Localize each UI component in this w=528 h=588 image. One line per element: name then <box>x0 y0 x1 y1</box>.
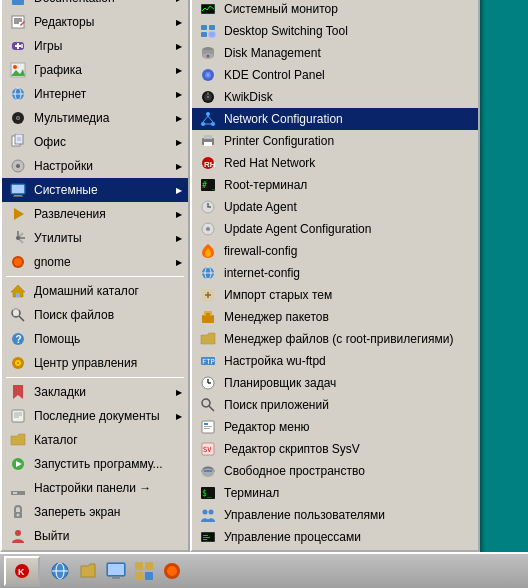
office-label: Офис <box>34 135 168 149</box>
submenu-item-printer-config[interactable]: Printer Configuration <box>192 130 478 152</box>
svg-text:# _: # _ <box>202 181 216 190</box>
logout-icon <box>8 526 28 546</box>
search-files-label: Поиск файлов <box>34 308 182 322</box>
menu-item-system[interactable]: Системные ▶ <box>2 178 188 202</box>
home-label: Домашний каталог <box>34 284 182 298</box>
submenu-item-kwikdisk[interactable]: KwikDisk <box>192 86 478 108</box>
docs-arrow: ▶ <box>176 0 182 3</box>
taskbar: K <box>0 552 528 588</box>
svg-rect-168 <box>135 572 143 580</box>
taskbar-icon-4[interactable] <box>132 559 156 583</box>
logout-label: Выйти <box>34 529 182 543</box>
menu-item-bookmarks[interactable]: Закладки ▶ <box>2 380 188 404</box>
svg-rect-54 <box>13 196 23 197</box>
submenu-item-root-terminal[interactable]: # _ Root-терминал <box>192 174 478 196</box>
menu-item-help[interactable]: ? Помощь <box>2 327 188 351</box>
internet-label: Интернет <box>34 87 168 101</box>
menu-item-panel-settings[interactable]: Настройки панели → <box>2 476 188 500</box>
submenu-item-system-monitor[interactable]: Системный монитор <box>192 0 478 20</box>
submenu-item-network-config[interactable]: Network Configuration <box>192 108 478 130</box>
submenu-item-app-search[interactable]: Поиск приложений <box>192 394 478 416</box>
editors-label: Редакторы <box>34 15 168 29</box>
control-center-icon <box>8 353 28 373</box>
submenu-item-sysv-editor[interactable]: SV Редактор скриптов SysV <box>192 438 478 460</box>
utils-label: Утилиты <box>34 231 168 245</box>
menu-item-catalog[interactable]: Каталог <box>2 428 188 452</box>
taskbar-icon-2[interactable] <box>76 559 100 583</box>
menu-item-graphics[interactable]: Графика ▶ <box>2 58 188 82</box>
svg-point-101 <box>207 55 210 58</box>
submenu-item-process-management[interactable]: Управление процессами <box>192 526 478 548</box>
menu-item-recent-docs[interactable]: Последние документы ▶ <box>2 404 188 428</box>
menu-editor-icon <box>198 417 218 437</box>
submenu-item-user-management[interactable]: Управление пользователями <box>192 504 478 526</box>
menu-item-control-center[interactable]: Центр управления <box>2 351 188 375</box>
menu-item-logout[interactable]: Выйти <box>2 524 188 548</box>
menu-item-internet[interactable]: Интернет ▶ <box>2 82 188 106</box>
disk-management-label: Disk Management <box>224 46 472 60</box>
menu-item-search-files[interactable]: Поиск файлов <box>2 303 188 327</box>
svg-rect-116 <box>204 135 212 139</box>
submenu-item-import-themes[interactable]: Импорт старых тем <box>192 284 478 306</box>
help-label: Помощь <box>34 332 182 346</box>
kde-control-label: KDE Control Panel <box>224 68 472 82</box>
docs-icon <box>8 0 28 8</box>
submenu-item-free-space[interactable]: Свободное пространство <box>192 460 478 482</box>
submenu-item-menu-editor[interactable]: Редактор меню <box>192 416 478 438</box>
help-icon: ? <box>8 329 28 349</box>
menu-item-docs[interactable]: Documentation ▶ <box>2 0 188 10</box>
entertainment-label: Развлечения <box>34 207 168 221</box>
menu-item-entertainment[interactable]: Развлечения ▶ <box>2 202 188 226</box>
submenu-item-update-agent[interactable]: Update Agent <box>192 196 478 218</box>
svg-point-38 <box>13 65 17 69</box>
taskbar-icon-5[interactable] <box>160 559 184 583</box>
svg-rect-148 <box>204 470 212 472</box>
menu-item-settings[interactable]: Настройки ▶ <box>2 154 188 178</box>
menu-item-office[interactable]: Офис ▶ <box>2 130 188 154</box>
submenu-item-disk-management[interactable]: Disk Management <box>192 42 478 64</box>
menu-item-home[interactable]: Домашний каталог <box>2 279 188 303</box>
submenu-item-kde-control[interactable]: KDE Control Panel <box>192 64 478 86</box>
menu-item-run[interactable]: Запустить программу... <box>2 452 188 476</box>
submenu-item-wuftp[interactable]: FTP Настройка wu-ftpd <box>192 350 478 372</box>
system-monitor-label: Системный монитор <box>224 2 472 16</box>
submenu-item-firewall[interactable]: firewall-config <box>192 240 478 262</box>
app-search-icon <box>198 395 218 415</box>
network-config-icon <box>198 109 218 129</box>
submenu-item-package-manager[interactable]: Менеджер пакетов <box>192 306 478 328</box>
svg-point-73 <box>17 362 19 364</box>
gnome-label: gnome <box>34 255 168 269</box>
sysv-editor-label: Редактор скриптов SysV <box>224 442 472 456</box>
menu-item-lock[interactable]: Запереть экран <box>2 500 188 524</box>
svg-text:?: ? <box>16 334 22 345</box>
submenu-item-desktop-switching[interactable]: Desktop Switching Tool <box>192 20 478 42</box>
graphics-label: Графика <box>34 63 168 77</box>
task-scheduler-icon <box>198 373 218 393</box>
root-terminal-label: Root-терминал <box>224 178 472 192</box>
menu-item-games[interactable]: Игры ▶ <box>2 34 188 58</box>
process-management-label: Управление процессами <box>224 530 472 544</box>
submenu-item-task-scheduler[interactable]: Планировщик задач <box>192 372 478 394</box>
svg-point-85 <box>15 530 21 536</box>
editors-icon <box>8 12 28 32</box>
internet-arrow: ▶ <box>176 90 182 99</box>
svg-rect-155 <box>203 535 208 536</box>
start-button[interactable]: K <box>4 556 40 586</box>
menu-system: GIMP GIMP Калькулятор Printer Configurat… <box>0 0 480 552</box>
submenu-item-terminal[interactable]: $_ Терминал <box>192 482 478 504</box>
taskbar-icon-3[interactable] <box>104 559 128 583</box>
task-scheduler-label: Планировщик задач <box>224 376 472 390</box>
search-files-icon <box>8 305 28 325</box>
recent-docs-arrow: ▶ <box>176 412 182 421</box>
menu-item-editors[interactable]: Редакторы ▶ <box>2 10 188 34</box>
submenu-item-redhat-network[interactable]: RH Red Hat Network <box>192 152 478 174</box>
menu-item-multimedia[interactable]: Мультимедиа ▶ <box>2 106 188 130</box>
menu-item-gnome[interactable]: gnome ▶ <box>2 250 188 274</box>
taskbar-icon-1[interactable] <box>48 559 72 583</box>
submenu-item-update-agent-config[interactable]: Update Agent Configuration <box>192 218 478 240</box>
redhat-network-label: Red Hat Network <box>224 156 472 170</box>
submenu-item-file-manager-root[interactable]: Менеджер файлов (с root-привилегиями) <box>192 328 478 350</box>
submenu-item-internet-config[interactable]: internet-config <box>192 262 478 284</box>
menu-item-utils[interactable]: Утилиты ▶ <box>2 226 188 250</box>
svg-rect-94 <box>201 25 207 30</box>
